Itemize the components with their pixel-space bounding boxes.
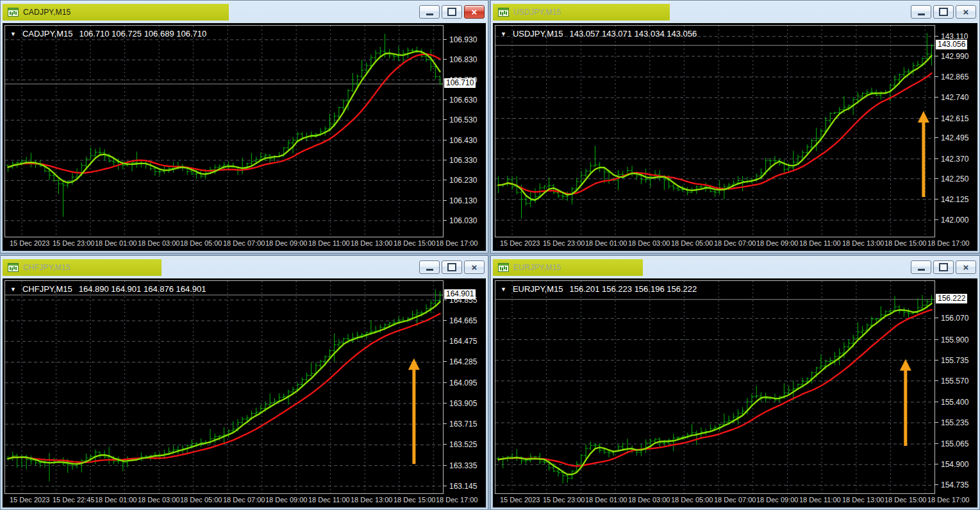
time-axis[interactable]: 15 Dec 202315 Dec 23:0018 Dec 01:0018 De… [4,237,484,249]
chart-canvas[interactable] [495,281,934,493]
time-label: 18 Dec 15:00 [884,239,926,247]
window-controls: × [419,260,485,274]
price-tick: 155.900 [935,336,968,344]
close-icon: × [472,262,478,272]
chart-plot[interactable]: ▼ USDJPY,M15 143.057 143.071 143.034 143… [495,25,935,237]
window-title: EURJPY,M15 [513,263,561,272]
time-label: 18 Dec 05:00 [671,239,713,247]
chart-plot[interactable]: ▼ CADJPY,M15 106.710 106.725 106.689 106… [4,25,444,237]
mdi-workspace: CADJPY,M15 × ▼ CADJPY,M15 106.710 106.72… [0,0,980,510]
time-axis[interactable]: 15 Dec 202315 Dec 23:0018 Dec 01:0018 De… [495,494,976,506]
chart-icon [498,8,509,17]
price-tick: 155.235 [935,418,968,427]
time-label: 18 Dec 11:00 [308,496,350,504]
price-tick: 142.740 [935,93,968,101]
time-label: 18 Dec 07:00 [714,496,756,504]
chart-plot[interactable]: ▼ EURJPY,M15 156.201 156.223 156.196 156… [495,280,935,494]
price-tick: 163.715 [444,420,477,428]
price-tick: 106.530 [444,115,477,124]
time-label: 18 Dec 01:00 [95,496,137,504]
price-tick: 106.230 [444,176,477,184]
chart-window-chfjpy: CHFJPY,M15 × ▼ CHFJPY,M15 164.890 164.90… [0,255,488,510]
current-price-box: 164.901 [444,289,476,299]
price-scale[interactable]: 164.855164.665164.475164.285164.095163.9… [444,280,484,494]
minimize-button[interactable] [911,260,931,274]
price-tick: 163.145 [444,482,477,490]
time-label: 18 Dec 17:00 [436,496,478,504]
time-label: 18 Dec 15:00 [394,239,435,247]
up-arrow-object [918,111,929,197]
minimize-icon [426,269,433,271]
up-arrow-object [408,359,420,464]
time-label: 18 Dec 01:00 [585,239,627,247]
chart-area: ▼ CADJPY,M15 106.710 106.725 106.689 106… [3,23,486,251]
time-label: 18 Dec 03:00 [628,496,670,504]
window-titlebar[interactable]: USDJPY,M15 × [491,1,979,23]
time-label: 18 Dec 03:00 [628,239,670,247]
time-label: 18 Dec 17:00 [927,496,969,504]
chart-plot[interactable]: ▼ CHFJPY,M15 164.890 164.901 164.876 164… [4,280,444,494]
chart-area: ▼ USDJPY,M15 143.057 143.071 143.034 143… [493,23,977,251]
title-highlight: EURJPY,M15 [493,259,643,276]
time-axis[interactable]: 15 Dec 202315 Dec 22:4518 Dec 01:0018 De… [4,494,484,506]
time-label: 18 Dec 09:00 [756,239,798,247]
time-label: 15 Dec 2023 [500,496,540,504]
restore-icon [447,8,456,16]
chart-canvas[interactable] [5,281,443,493]
current-price-box: 106.710 [444,78,476,88]
price-tick: 156.070 [935,314,968,322]
time-label: 18 Dec 13:00 [842,239,884,247]
price-tick: 142.495 [935,133,968,142]
close-button[interactable]: × [956,5,976,19]
chart-icon [498,263,509,272]
window-titlebar[interactable]: CADJPY,M15 × [1,1,488,23]
restore-button[interactable] [933,5,954,19]
close-button[interactable]: × [464,260,485,274]
price-tick: 142.990 [935,52,968,60]
minimize-button[interactable] [419,5,440,19]
price-tick: 106.030 [444,216,477,225]
price-tick: 163.905 [444,399,477,407]
price-tick: 106.630 [444,96,477,104]
minimize-button[interactable] [911,5,931,19]
time-label: 18 Dec 09:00 [265,496,307,504]
time-label: 18 Dec 03:00 [138,239,179,247]
price-tick: 142.000 [935,216,968,224]
time-label: 18 Dec 01:00 [95,239,137,247]
time-label: 18 Dec 15:00 [884,496,926,504]
window-titlebar[interactable]: CHFJPY,M15 × [1,256,488,278]
close-icon: × [963,7,969,17]
price-tick: 154.735 [935,480,968,489]
price-scale[interactable]: 106.930106.830106.730106.630106.530106.4… [444,25,484,237]
restore-button[interactable] [442,260,462,274]
minimize-button[interactable] [419,260,440,274]
time-label: 18 Dec 11:00 [799,239,841,247]
restore-button[interactable] [442,5,462,19]
minimize-icon [918,269,925,271]
chart-icon [8,263,19,272]
current-price-box: 156.222 [936,294,967,303]
close-button[interactable]: × [956,260,976,274]
time-label: 18 Dec 05:00 [180,496,222,504]
window-controls: × [911,5,976,19]
price-tick: 164.475 [444,337,477,345]
price-tick: 142.615 [935,114,968,123]
price-tick: 155.400 [935,398,968,406]
chart-window-usdjpy: USDJPY,M15 × ▼ USDJPY,M15 143.057 143.07… [490,0,980,253]
price-scale[interactable]: 156.070155.900155.735155.570155.400155.2… [935,280,976,494]
chart-canvas[interactable] [5,26,443,237]
restore-button[interactable] [933,260,954,274]
price-tick: 164.095 [444,378,477,387]
time-axis[interactable]: 15 Dec 202315 Dec 23:0018 Dec 01:0018 De… [495,237,976,249]
title-highlight: USDJPY,M15 [493,4,670,21]
time-label: 18 Dec 15:00 [394,496,435,504]
price-tick: 142.250 [935,174,968,183]
window-title: USDJPY,M15 [513,8,561,17]
current-price-box: 143.056 [936,40,967,49]
restore-icon [939,8,948,16]
window-titlebar[interactable]: EURJPY,M15 × [491,256,979,278]
chart-canvas[interactable] [495,26,934,237]
price-tick: 154.900 [935,460,968,468]
close-button[interactable]: × [464,5,485,19]
price-scale[interactable]: 143.110142.990142.865142.740142.615142.4… [935,25,976,237]
